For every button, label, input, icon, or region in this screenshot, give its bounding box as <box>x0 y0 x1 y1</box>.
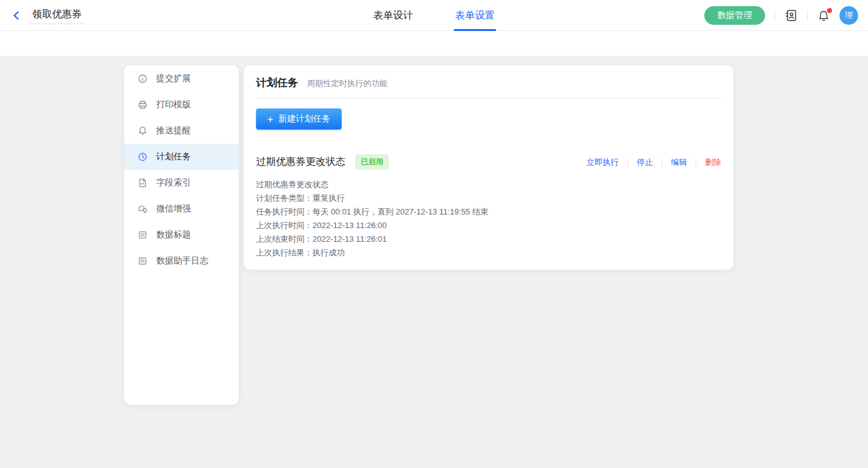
run-now-link[interactable]: 立即执行 <box>587 157 619 168</box>
info-circle-icon <box>138 74 148 84</box>
task-type-line: 计划任务类型：重复执行 <box>256 192 721 205</box>
sidebar-item-label: 微信增强 <box>156 203 191 214</box>
list-icon <box>138 230 148 240</box>
sidebar-item-data-title[interactable]: 数据标题 <box>124 222 239 248</box>
task-schedule-line: 任务执行时间：每天 00:01 执行，直到 2027-12-13 11:19:5… <box>256 205 721 219</box>
sidebar-item-label: 计划任务 <box>156 151 191 162</box>
action-divider <box>662 159 662 166</box>
last-run-time-line: 上次执行时间：2022-12-13 11:26:00 <box>256 219 721 232</box>
address-book-icon[interactable] <box>784 9 798 22</box>
panel-title: 计划任务 <box>256 76 298 90</box>
bell-icon <box>138 126 148 136</box>
wechat-icon <box>138 204 148 214</box>
user-avatar[interactable]: 理 <box>839 6 858 25</box>
list-icon <box>138 256 148 266</box>
sidebar-item-label: 推送提醒 <box>156 125 191 136</box>
sidebar-item-label: 提交扩展 <box>156 73 191 84</box>
task-description: 过期优惠券更改状态 <box>256 178 721 192</box>
header-right: 数据管理 理 <box>704 0 858 31</box>
action-divider <box>696 159 696 166</box>
tab-form-design[interactable]: 表单设计 <box>372 0 414 31</box>
notification-bell-icon[interactable] <box>817 9 830 22</box>
task-title-group: 过期优惠券更改状态 已启用 <box>256 154 389 170</box>
header-tabs: 表单设计 表单设置 <box>372 0 496 31</box>
sidebar-item-label: 数据标题 <box>156 229 191 241</box>
sidebar-item-scheduled-tasks[interactable]: 计划任务 <box>124 144 239 170</box>
plus-icon: + <box>267 114 273 125</box>
task-actions: 立即执行 停止 编辑 删除 <box>587 157 721 168</box>
form-title[interactable]: 领取优惠券 <box>30 7 84 24</box>
action-divider <box>627 159 628 166</box>
header-left: 领取优惠券 <box>11 0 84 31</box>
new-scheduled-task-button[interactable]: + 新建计划任务 <box>256 108 342 130</box>
task-name: 过期优惠券更改状态 <box>256 156 345 169</box>
last-result-line: 上次执行结果：执行成功 <box>256 246 721 260</box>
sidebar-item-label: 打印模版 <box>156 99 191 110</box>
document-icon <box>138 178 148 188</box>
sidebar-item-wechat-enhance[interactable]: 微信增强 <box>124 196 239 222</box>
task-header-row: 过期优惠券更改状态 已启用 立即执行 停止 编辑 删除 <box>256 154 721 170</box>
stop-link[interactable]: 停止 <box>637 157 653 168</box>
notification-dot <box>827 8 832 13</box>
sidebar-item-label: 字段索引 <box>156 177 191 188</box>
sidebar-item-print-template[interactable]: 打印模版 <box>124 92 239 118</box>
sidebar-item-submit-extension[interactable]: 提交扩展 <box>124 66 239 92</box>
task-details: 过期优惠券更改状态 计划任务类型：重复执行 任务执行时间：每天 00:01 执行… <box>256 178 721 260</box>
data-manage-button[interactable]: 数据管理 <box>704 6 765 25</box>
panel-subtitle: 周期性定时执行的功能 <box>307 78 388 89</box>
settings-sidebar: 提交扩展 打印模版 推送提醒 <box>124 65 239 405</box>
last-end-time-line: 上次结束时间：2022-12-13 11:26:01 <box>256 232 721 246</box>
clock-icon <box>138 152 148 162</box>
back-button[interactable] <box>11 10 22 21</box>
sidebar-item-field-index[interactable]: 字段索引 <box>124 170 239 196</box>
sidebar-item-push-reminder[interactable]: 推送提醒 <box>124 118 239 144</box>
edit-link[interactable]: 编辑 <box>671 157 687 168</box>
header-divider <box>774 11 775 20</box>
panel-header: 计划任务 周期性定时执行的功能 <box>256 65 721 99</box>
tab-form-settings[interactable]: 表单设置 <box>454 0 496 31</box>
page-content: 提交扩展 打印模版 推送提醒 <box>0 56 868 468</box>
scheduled-tasks-panel: 计划任务 周期性定时执行的功能 + 新建计划任务 过期优惠券更改状态 已启用 立… <box>244 65 733 270</box>
delete-link[interactable]: 删除 <box>705 157 721 168</box>
sidebar-item-data-assistant-log[interactable]: 数据助手日志 <box>124 248 239 274</box>
top-header-bar: 领取优惠券 表单设计 表单设置 数据管理 理 <box>0 0 868 31</box>
new-task-button-label: 新建计划任务 <box>278 113 330 125</box>
subheader-strip <box>0 31 868 56</box>
header-divider <box>807 11 808 20</box>
back-chevron-icon <box>11 10 22 21</box>
printer-icon <box>138 100 148 110</box>
status-badge: 已启用 <box>355 154 389 170</box>
sidebar-item-label: 数据助手日志 <box>156 255 208 267</box>
